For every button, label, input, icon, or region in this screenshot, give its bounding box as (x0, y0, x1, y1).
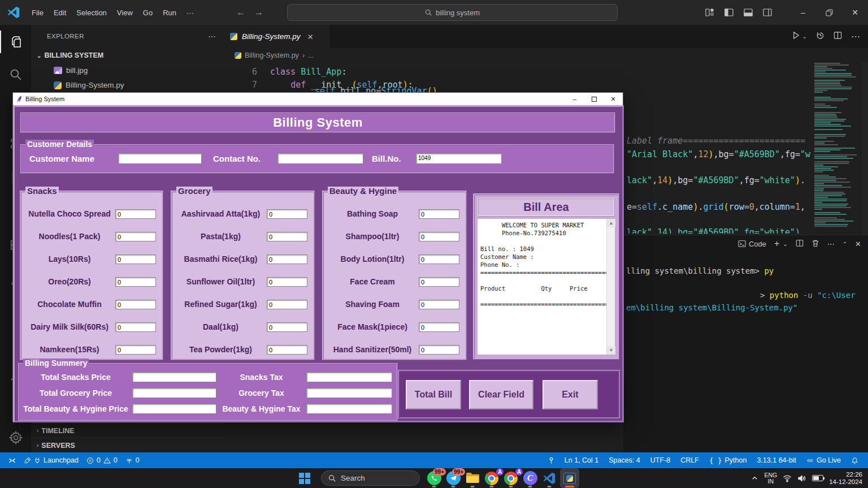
menu-item[interactable]: Run (158, 8, 181, 17)
vscode-app-icon[interactable] (540, 468, 559, 488)
eol-sequence[interactable]: CRLF (676, 456, 703, 464)
customize-layout-icon[interactable] (705, 8, 714, 17)
telegram-app-icon[interactable]: 99+ (444, 468, 463, 488)
start-button[interactable] (295, 468, 314, 488)
cursor-position[interactable]: Ln 1, Col 1 (561, 456, 602, 464)
product-qty-input[interactable]: 0 (267, 232, 307, 241)
search-view-icon[interactable] (0, 63, 31, 86)
contact-no-input[interactable] (277, 153, 363, 164)
command-center-search[interactable]: billing system (287, 4, 618, 21)
port-indicator-icon[interactable] (544, 457, 558, 464)
product-qty-input[interactable]: 0 (419, 345, 459, 355)
menu-item[interactable]: Edit (49, 8, 71, 17)
product-qty-input[interactable]: 0 (115, 322, 156, 332)
product-qty-input[interactable]: 0 (267, 322, 307, 332)
file-row-billing-system-py[interactable]: Billing-System.py (31, 78, 224, 92)
product-qty-input[interactable]: 0 (115, 300, 156, 309)
summary-right-input[interactable] (306, 372, 392, 382)
toggle-secondary-sidebar-icon[interactable] (763, 8, 772, 17)
product-qty-input[interactable]: 0 (115, 232, 156, 241)
app-titlebar[interactable]: Billing System – ✕ (13, 93, 623, 105)
product-qty-input[interactable]: 0 (267, 254, 307, 264)
toggle-sidebar-icon[interactable] (724, 8, 734, 17)
scroll-up-icon[interactable]: ▲ (607, 219, 615, 227)
timeline-section[interactable]: › TIMELINE (31, 423, 224, 438)
product-qty-input[interactable]: 0 (115, 345, 156, 355)
menu-item[interactable]: ··· (181, 8, 199, 17)
launchpad-status[interactable]: Launchpad (20, 456, 83, 464)
explorer-more-actions-icon[interactable]: ⋯ (208, 32, 216, 41)
tab-close-icon[interactable]: ✕ (307, 32, 314, 41)
notifications-bell-icon[interactable] (847, 457, 862, 464)
settings-gear-icon[interactable] (0, 426, 31, 449)
servers-section[interactable]: › SERVERS (31, 438, 224, 452)
maximize-panel-icon[interactable]: ⌃ (843, 241, 847, 247)
total-bill-button[interactable]: Total Bill (406, 380, 461, 409)
wifi-icon[interactable] (783, 474, 792, 482)
exit-button[interactable]: Exit (542, 380, 598, 409)
run-python-file-icon[interactable] (792, 31, 800, 42)
app-minimize-button[interactable]: – (565, 93, 584, 105)
file-explorer-app-icon[interactable] (463, 468, 482, 488)
summary-left-input[interactable] (132, 404, 216, 414)
menu-item[interactable]: Go (138, 8, 158, 17)
toggle-panel-icon[interactable] (744, 8, 753, 17)
taskbar-search[interactable]: Search (321, 470, 420, 486)
editor-scrollbar[interactable] (862, 62, 868, 235)
bill-no-input[interactable]: 1049 (416, 153, 502, 164)
product-qty-input[interactable]: 0 (115, 254, 156, 264)
product-qty-input[interactable]: 0 (419, 232, 459, 241)
product-qty-input[interactable]: 0 (267, 300, 307, 309)
menu-item[interactable]: Selection (71, 8, 111, 17)
python-interpreter[interactable]: 3.13.1 64-bit (753, 456, 800, 464)
summary-left-input[interactable] (132, 372, 216, 382)
billing-system-window[interactable]: Billing System – ✕ Billing System Custom… (12, 92, 623, 422)
volume-icon[interactable] (797, 474, 806, 482)
tray-chevron-up-icon[interactable] (751, 474, 758, 482)
app-close-button[interactable]: ✕ (604, 93, 623, 105)
file-row-bill-jpg[interactable]: bill.jpg (31, 63, 224, 77)
customer-name-input[interactable] (118, 153, 202, 164)
split-terminal-icon[interactable] (796, 239, 804, 249)
minimize-button[interactable]: – (790, 0, 816, 25)
breadcrumb[interactable]: Billing-System.py › ... (224, 48, 868, 62)
product-qty-input[interactable]: 0 (419, 277, 459, 287)
close-button[interactable]: ✕ (842, 0, 868, 25)
app-maximize-button[interactable] (584, 93, 604, 105)
run-dropdown-icon[interactable]: ⌄ (802, 33, 807, 40)
encoding[interactable]: UTF-8 (646, 456, 674, 464)
new-terminal-icon[interactable]: + (774, 239, 779, 249)
battery-icon[interactable] (812, 475, 823, 481)
terminal-panel[interactable]: Code + ⌄ ⋯ ⌃ ✕ lling system\billing syst… (623, 235, 868, 452)
product-qty-input[interactable]: 0 (419, 254, 459, 264)
product-qty-input[interactable]: 0 (115, 277, 156, 287)
panel-more-actions-icon[interactable]: ⋯ (827, 240, 835, 248)
product-qty-input[interactable]: 0 (419, 209, 459, 219)
product-qty-input[interactable]: 0 (419, 300, 459, 309)
explorer-view-icon[interactable] (0, 31, 31, 53)
product-qty-input[interactable]: 0 (267, 209, 307, 219)
summary-left-input[interactable] (132, 388, 216, 398)
tab-billing-system-py[interactable]: Billing-System.py ✕ (224, 25, 329, 48)
whatsapp-app-icon[interactable]: 99+ (424, 468, 444, 488)
c-app-icon[interactable]: C (520, 468, 540, 488)
indentation[interactable]: Spaces: 4 (605, 456, 644, 464)
go-live-button[interactable]: Go Live (802, 456, 845, 464)
ports-status[interactable]: 0 (121, 456, 144, 464)
clear-field-button[interactable]: Clear Field (469, 380, 533, 409)
language-indicator[interactable]: ENGIN (764, 472, 777, 485)
remote-indicator[interactable] (5, 457, 20, 464)
terminal-shell-tab[interactable]: Code (738, 240, 766, 248)
problems-status[interactable]: 0 0 (83, 456, 121, 464)
back-arrow-icon[interactable]: ← (232, 7, 250, 18)
product-qty-input[interactable]: 0 (419, 322, 459, 332)
bill-scrollbar[interactable]: ▲ ▼ (606, 219, 615, 355)
product-qty-input[interactable]: 0 (115, 209, 156, 219)
menu-item[interactable]: View (112, 8, 138, 17)
kill-terminal-icon[interactable] (811, 239, 819, 249)
timeline-history-icon[interactable] (816, 31, 824, 42)
clock[interactable]: 22:26 14-12-2024 (829, 471, 862, 486)
minimap[interactable] (812, 62, 861, 235)
bill-textarea[interactable]: WELCOME TO SUPER MARKET Phone-No.7392754… (478, 219, 606, 355)
split-editor-icon[interactable] (834, 31, 842, 42)
